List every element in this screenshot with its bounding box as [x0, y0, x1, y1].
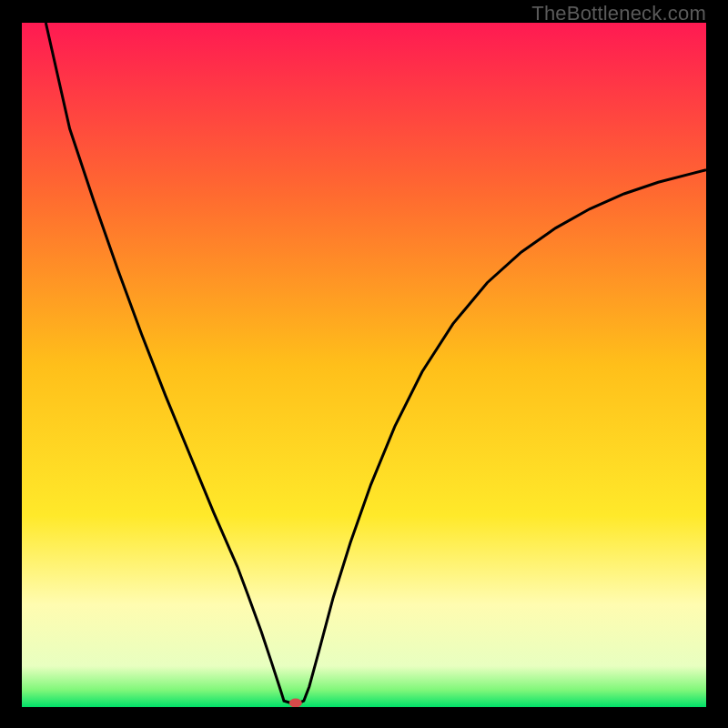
chart-svg — [22, 23, 706, 707]
gradient-background — [22, 23, 706, 707]
chart-frame — [22, 23, 706, 707]
